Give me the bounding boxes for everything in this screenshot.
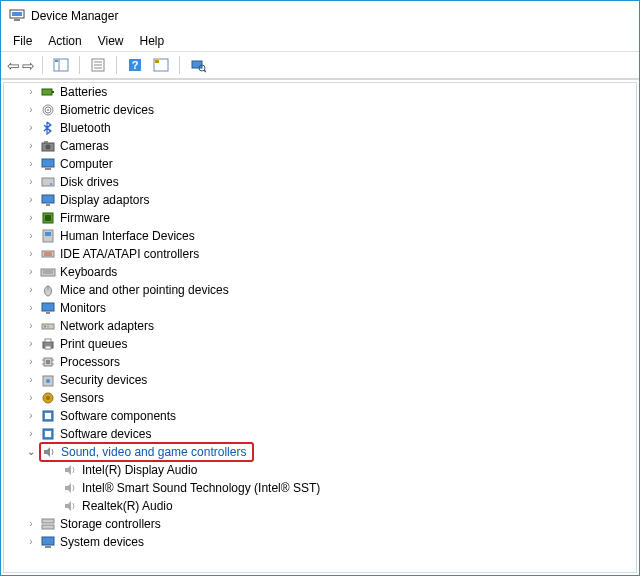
sensor-icon (40, 390, 56, 406)
tree-node[interactable]: ›Computer (4, 155, 636, 173)
tree-node[interactable]: ›Software components (4, 407, 636, 425)
chevron-right-icon[interactable]: › (26, 299, 36, 317)
menu-help[interactable]: Help (132, 34, 173, 48)
menu-view[interactable]: View (90, 34, 132, 48)
tree-node[interactable]: ›IDE ATA/ATAPI controllers (4, 245, 636, 263)
svg-rect-68 (45, 546, 51, 548)
chevron-right-icon[interactable]: › (26, 119, 36, 137)
svg-rect-62 (45, 413, 51, 419)
chevron-right-icon[interactable]: › (26, 533, 36, 551)
tree-node[interactable]: ›Security devices (4, 371, 636, 389)
tree-child-label: Intel(R) Display Audio (82, 461, 197, 479)
svg-rect-44 (46, 312, 50, 314)
svg-rect-18 (52, 91, 54, 93)
chevron-right-icon[interactable]: › (26, 191, 36, 209)
toolbar-separator (79, 56, 80, 74)
svg-rect-29 (42, 195, 54, 203)
tree-node[interactable]: ›Display adaptors (4, 191, 636, 209)
back-button[interactable]: ⇦ (7, 58, 20, 73)
firmware-icon (40, 210, 56, 226)
fingerprint-icon (40, 102, 56, 118)
app-icon (9, 7, 25, 26)
svg-point-58 (46, 379, 50, 383)
device-tree-scroll[interactable]: ›Batteries›Biometric devices›Bluetooth›C… (3, 82, 637, 573)
svg-rect-2 (14, 19, 20, 21)
action-button[interactable] (150, 54, 172, 76)
tree-node[interactable]: ›Batteries (4, 83, 636, 101)
tree-node-label: Software components (60, 407, 176, 425)
chevron-right-icon[interactable]: › (26, 425, 36, 443)
tree-node[interactable]: ›Mice and other pointing devices (4, 281, 636, 299)
tree-node[interactable]: ›Network adapters (4, 317, 636, 335)
tree-node[interactable]: ›Monitors (4, 299, 636, 317)
chevron-down-icon[interactable]: ⌄ (26, 443, 36, 461)
tree-child-node[interactable]: Realtek(R) Audio (4, 497, 636, 515)
chevron-right-icon[interactable]: › (26, 137, 36, 155)
chevron-right-icon[interactable]: › (26, 371, 36, 389)
chevron-right-icon[interactable]: › (26, 245, 36, 263)
tree-node[interactable]: ›Keyboards (4, 263, 636, 281)
tree-node[interactable]: ›Software devices (4, 425, 636, 443)
tree-node[interactable]: ›Human Interface Devices (4, 227, 636, 245)
printer-icon (40, 336, 56, 352)
menu-action[interactable]: Action (40, 34, 89, 48)
menu-file[interactable]: File (5, 34, 40, 48)
tree-node[interactable]: ›Biometric devices (4, 101, 636, 119)
mouse-icon (40, 282, 56, 298)
tree-node[interactable]: ›Firmware (4, 209, 636, 227)
toolbar-separator (42, 56, 43, 74)
tree-node[interactable]: ›Print queues (4, 335, 636, 353)
chevron-right-icon[interactable]: › (26, 155, 36, 173)
bluetooth-icon (40, 120, 56, 136)
tree-child-node[interactable]: Intel® Smart Sound Technology (Intel® SS… (4, 479, 636, 497)
tree-node[interactable]: ›Sensors (4, 389, 636, 407)
chevron-right-icon[interactable]: › (26, 281, 36, 299)
tree-node[interactable]: ›Disk drives (4, 173, 636, 191)
svg-rect-66 (42, 525, 54, 529)
tree-node-label: Software devices (60, 425, 151, 443)
properties-button[interactable] (87, 54, 109, 76)
chevron-right-icon[interactable]: › (26, 407, 36, 425)
device-tree: ›Batteries›Biometric devices›Bluetooth›C… (4, 83, 636, 563)
help-button[interactable]: ? (124, 54, 146, 76)
svg-rect-1 (12, 12, 22, 16)
tree-node-label: Computer (60, 155, 113, 173)
tree-node[interactable]: ⌄Sound, video and game controllers (4, 443, 636, 461)
svg-rect-64 (45, 431, 51, 437)
chevron-right-icon[interactable]: › (26, 317, 36, 335)
chevron-right-icon[interactable]: › (26, 263, 36, 281)
show-hide-console-tree-button[interactable] (50, 54, 72, 76)
forward-button[interactable]: ⇨ (22, 58, 35, 73)
chevron-right-icon[interactable]: › (26, 227, 36, 245)
tree-node[interactable]: ›Bluetooth (4, 119, 636, 137)
hid-icon (40, 228, 56, 244)
chevron-right-icon[interactable]: › (26, 515, 36, 533)
titlebar: Device Manager (1, 1, 639, 31)
chevron-right-icon[interactable]: › (26, 389, 36, 407)
speaker-icon (62, 498, 78, 514)
tree-node[interactable]: ›System devices (4, 533, 636, 551)
chevron-right-icon[interactable]: › (26, 83, 36, 101)
scan-hardware-button[interactable] (187, 54, 209, 76)
tree-node-label: Batteries (60, 83, 107, 101)
tree-node-label: Firmware (60, 209, 110, 227)
svg-rect-50 (45, 346, 51, 349)
chevron-right-icon[interactable]: › (26, 335, 36, 353)
chevron-right-icon[interactable]: › (26, 353, 36, 371)
menubar: File Action View Help (1, 31, 639, 51)
battery-icon (40, 84, 56, 100)
tree-node[interactable]: ›Cameras (4, 137, 636, 155)
chevron-right-icon[interactable]: › (26, 173, 36, 191)
chevron-right-icon[interactable]: › (26, 209, 36, 227)
chevron-right-icon[interactable]: › (26, 101, 36, 119)
tree-node[interactable]: ›Storage controllers (4, 515, 636, 533)
svg-point-47 (47, 326, 49, 328)
tree-node-label: Processors (60, 353, 120, 371)
toolbar-separator (116, 56, 117, 74)
svg-line-16 (204, 70, 206, 72)
svg-point-46 (44, 326, 46, 328)
tree-node-label: Storage controllers (60, 515, 161, 533)
software-icon (40, 426, 56, 442)
tree-node[interactable]: ›Processors (4, 353, 636, 371)
tree-child-node[interactable]: Intel(R) Display Audio (4, 461, 636, 479)
